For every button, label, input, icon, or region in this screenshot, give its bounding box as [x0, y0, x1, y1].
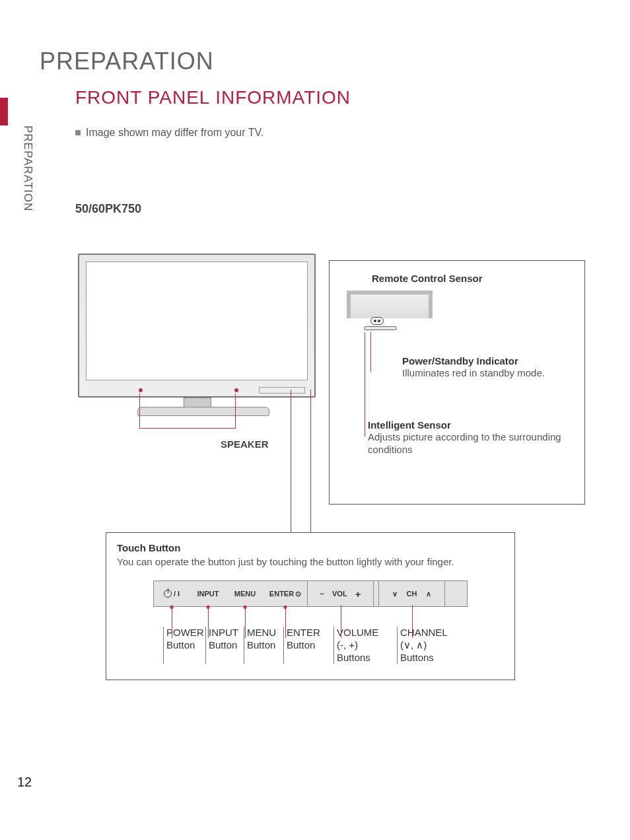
power-button-icon: / I [154, 581, 190, 606]
note-text: Image shown may differ from your TV. [75, 127, 263, 139]
sensor-info-box: Remote Control Sensor Power/Standby Indi… [329, 260, 585, 505]
callout-line [291, 390, 291, 532]
power-indicator-desc: Illuminates red in standby mode. [402, 367, 574, 380]
touch-button-box: Touch Button You can operate the button … [106, 532, 515, 680]
intelligent-sensor-desc: Adjusts picture according to the surroun… [368, 431, 574, 456]
input-button-label: INPUTButton [205, 627, 244, 664]
touch-button-title: Touch Button [117, 542, 504, 553]
input-button-face: INPUT [190, 581, 227, 606]
callout-line [310, 390, 311, 532]
speaker-label: SPEAKER [221, 438, 269, 450]
front-panel-strip: / I INPUT MENU ENTER⊙ − VOL + [153, 580, 468, 607]
enter-button-label: ENTERButton [283, 627, 333, 664]
intelligent-sensor-label: Intelligent Sensor [368, 419, 574, 431]
side-tab [0, 98, 8, 125]
channel-buttons-face: ∨ CH ∧ [378, 581, 444, 606]
menu-button-label: MENUButton [244, 627, 283, 664]
volume-buttons-face: − VOL + [307, 581, 373, 606]
side-section-label: PREPARATION [21, 125, 34, 211]
power-button-label: POWERButton [163, 627, 205, 664]
volume-buttons-label: VOLUME(-, +)Buttons [333, 627, 397, 664]
touch-button-desc: You can operate the button just by touch… [117, 556, 504, 567]
tv-illustration: SPEAKER [78, 254, 322, 425]
power-suffix: / I [174, 590, 180, 598]
model-number: 50/60PK750 [75, 202, 141, 216]
page-title: PREPARATION [40, 48, 214, 75]
sensor-closeup-illustration [347, 291, 433, 318]
menu-button-face: MENU [227, 581, 263, 606]
section-title: FRONT PANEL INFORMATION [75, 87, 351, 108]
power-icon [164, 590, 172, 598]
page-number: 12 [17, 775, 32, 790]
channel-buttons-label: CHANNEL(∨, ∧)Buttons [397, 627, 463, 664]
power-indicator-label: Power/Standby Indicator [402, 355, 574, 367]
remote-sensor-label: Remote Control Sensor [372, 273, 574, 284]
enter-button-face: ENTER⊙ [263, 581, 307, 606]
